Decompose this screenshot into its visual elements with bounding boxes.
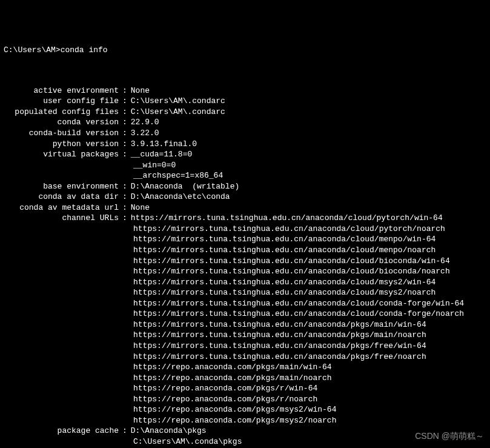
info-value: 3.22.0 [131,128,159,139]
info-row: populated config files:C:\Users\AM\.cond… [4,107,486,118]
info-row: conda av metadata url:None [4,202,486,213]
info-value-continuation: https://mirrors.tuna.tsinghua.edu.cn/ana… [4,234,486,245]
watermark-text: CSDN @萌萌糕～ [415,430,484,442]
info-row: channel URLs:https://mirrors.tuna.tsingh… [4,213,486,224]
info-label: active environment [4,85,119,96]
info-label: user config file [4,96,119,107]
separator: : [119,213,131,224]
info-value-continuation: __archspec=1=x86_64 [4,170,486,181]
info-label: conda-build version [4,128,119,139]
info-value: 22.9.0 [131,117,159,128]
separator: : [119,426,131,436]
separator: : [119,107,131,118]
info-label: conda av data dir [4,192,119,202]
info-row: virtual packages:__cuda=11.8=0 [4,149,486,160]
typed-command: conda info [61,45,108,56]
conda-info-output: active environment:Noneuser config file:… [4,85,486,448]
info-value-continuation: https://repo.anaconda.com/pkgs/msys2/noa… [4,415,486,426]
info-row: user config file:C:\Users\AM\.condarc [4,96,486,107]
info-value: D:\Anaconda\etc\conda [131,192,230,202]
info-value-continuation: https://mirrors.tuna.tsinghua.edu.cn/ana… [4,330,486,341]
info-value: D:\Anaconda (writable) [131,181,239,192]
separator: : [119,128,131,139]
info-value-continuation: https://repo.anaconda.com/pkgs/msys2/win… [4,404,486,415]
info-value-continuation: https://mirrors.tuna.tsinghua.edu.cn/ana… [4,352,486,363]
info-label: virtual packages [4,149,119,160]
info-row: conda-build version:3.22.0 [4,128,486,139]
info-label: populated config files [4,107,119,118]
info-value: None [131,85,150,96]
info-value-continuation: https://mirrors.tuna.tsinghua.edu.cn/ana… [4,319,486,330]
separator: : [119,96,131,107]
info-value: D:\Anaconda\pkgs [131,426,207,436]
info-value-continuation: https://repo.anaconda.com/pkgs/main/win-… [4,362,486,373]
info-value: https://mirrors.tuna.tsinghua.edu.cn/ana… [131,213,443,224]
info-value-continuation: https://mirrors.tuna.tsinghua.edu.cn/ana… [4,266,486,277]
info-value-continuation: __win=0=0 [4,160,486,171]
info-label: python version [4,139,119,150]
info-value-continuation: https://mirrors.tuna.tsinghua.edu.cn/ana… [4,341,486,352]
info-label: conda version [4,117,119,128]
info-value: None [131,202,150,213]
info-value-continuation: https://repo.anaconda.com/pkgs/main/noar… [4,373,486,384]
info-value: __cuda=11.8=0 [131,149,192,160]
info-label: package cache [4,426,119,436]
info-value-continuation: https://repo.anaconda.com/pkgs/r/win-64 [4,383,486,394]
separator: : [119,202,131,213]
info-value-continuation: https://mirrors.tuna.tsinghua.edu.cn/ana… [4,256,486,267]
info-row: python version:3.9.13.final.0 [4,139,486,150]
info-value-continuation: https://mirrors.tuna.tsinghua.edu.cn/ana… [4,309,486,319]
separator: : [119,149,131,160]
command-prompt-line[interactable]: C:\Users\AM> conda info [4,45,486,56]
info-label: base environment [4,181,119,192]
info-row: conda version:22.9.0 [4,117,486,128]
info-value: C:\Users\AM\.condarc [131,96,225,107]
info-value-continuation: C:\Users\AM\.conda\pkgs [4,436,486,447]
info-value-continuation: https://mirrors.tuna.tsinghua.edu.cn/ana… [4,277,486,288]
info-value-continuation: https://mirrors.tuna.tsinghua.edu.cn/ana… [4,224,486,235]
info-value-continuation: https://mirrors.tuna.tsinghua.edu.cn/ana… [4,287,486,298]
separator: : [119,181,131,192]
info-value-continuation: https://mirrors.tuna.tsinghua.edu.cn/ana… [4,298,486,309]
separator: : [119,85,131,96]
separator: : [119,192,131,202]
info-label: conda av metadata url [4,202,119,213]
info-value: C:\Users\AM\.condarc [131,107,225,118]
prompt-path: C:\Users\AM> [4,45,61,56]
info-value: 3.9.13.final.0 [131,139,197,150]
separator: : [119,117,131,128]
info-label: channel URLs [4,213,119,224]
info-row: active environment:None [4,85,486,96]
info-value-continuation: https://repo.anaconda.com/pkgs/r/noarch [4,394,486,405]
info-value-continuation: https://mirrors.tuna.tsinghua.edu.cn/ana… [4,245,486,256]
info-row: package cache:D:\Anaconda\pkgs [4,426,486,436]
info-row: conda av data dir:D:\Anaconda\etc\conda [4,192,486,202]
separator: : [119,139,131,150]
info-row: base environment:D:\Anaconda (writable) [4,181,486,192]
